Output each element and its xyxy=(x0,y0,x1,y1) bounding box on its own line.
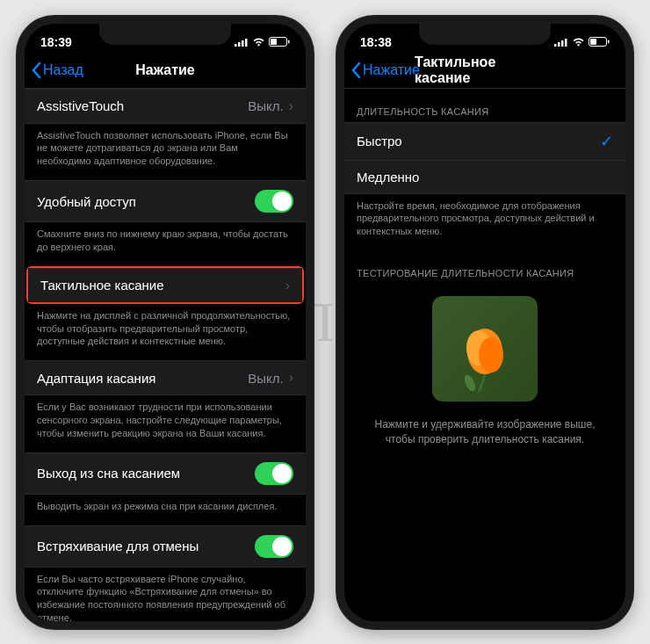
navbar: Нажатие Тактильное касание xyxy=(344,54,625,89)
signal-icon xyxy=(235,38,249,47)
test-caption: Нажмите и удерживайте изображение выше, … xyxy=(344,414,625,451)
svg-rect-10 xyxy=(565,39,567,47)
status-icons xyxy=(554,37,610,47)
svg-rect-0 xyxy=(235,44,237,47)
row-value: Выкл. xyxy=(248,98,283,113)
row-label: Встряхивание для отмены xyxy=(37,539,199,554)
row-touch-accommodations[interactable]: Адаптация касания Выкл.› xyxy=(25,360,306,395)
svg-rect-2 xyxy=(242,40,244,47)
svg-rect-7 xyxy=(554,44,557,47)
row-label: Тактильное касание xyxy=(40,278,164,293)
section-header-test: ТЕСТИРОВАНИЕ ДЛИТЕЛЬНОСТИ КАСАНИЯ xyxy=(344,250,625,284)
svg-rect-5 xyxy=(271,39,277,45)
row-label: Медленно xyxy=(357,170,419,185)
footer-accom: Если у Вас возникают трудности при испол… xyxy=(25,395,306,452)
wifi-icon xyxy=(572,37,585,47)
row-label: Удобный доступ xyxy=(37,194,136,209)
row-shake-undo[interactable]: Встряхивание для отмены xyxy=(25,525,306,568)
checkmark-icon: ✓ xyxy=(600,132,613,151)
row-tap-to-wake[interactable]: Выход из сна касанием xyxy=(25,452,306,495)
svg-point-16 xyxy=(479,337,503,373)
phone-left: 18:39 Назад Нажатие AssistiveTouch Выкл.… xyxy=(16,15,314,630)
row-label: AssistiveTouch xyxy=(37,98,124,113)
status-time: 18:39 xyxy=(40,35,72,49)
section-header-duration: ДЛИТЕЛЬНОСТЬ КАСАНИЯ xyxy=(344,89,625,122)
chevron-left-icon xyxy=(351,62,361,78)
footer-duration: Настройте время, необходимое для отображ… xyxy=(344,194,625,251)
navbar: Назад Нажатие xyxy=(25,54,306,89)
chevron-right-icon: › xyxy=(289,98,293,114)
row-label: Быстро xyxy=(357,134,402,148)
row-label: Выход из сна касанием xyxy=(37,466,180,481)
chevron-right-icon: › xyxy=(285,278,290,293)
svg-rect-6 xyxy=(288,40,290,44)
notch xyxy=(419,24,551,45)
back-label: Нажатие xyxy=(363,62,420,78)
notch xyxy=(99,24,231,45)
row-fast[interactable]: Быстро ✓ xyxy=(344,122,625,161)
footer-assistivetouch: AssistiveTouch позволяет использовать iP… xyxy=(25,124,306,181)
back-label: Назад xyxy=(43,62,83,78)
footer-reachability: Смахните вниз по нижнему краю экрана, чт… xyxy=(25,222,306,266)
footer-shake: Если Вы часто встряхиваете iPhone случай… xyxy=(25,568,306,621)
row-assistivetouch[interactable]: AssistiveTouch Выкл.› xyxy=(25,89,306,124)
svg-point-17 xyxy=(462,373,478,393)
highlight-box: Тактильное касание › xyxy=(26,266,304,304)
footer-haptic: Нажмите на дисплей с различной продолжит… xyxy=(25,304,306,361)
phone-right: 18:38 Нажатие Тактильное касание ДЛИТЕЛЬ… xyxy=(336,15,634,630)
battery-icon xyxy=(269,37,290,47)
row-haptic-touch[interactable]: Тактильное касание › xyxy=(28,268,302,302)
signal-icon xyxy=(554,38,568,47)
row-label: Адаптация касания xyxy=(37,371,155,386)
page-title: Нажатие xyxy=(135,62,194,78)
svg-rect-3 xyxy=(245,39,248,47)
test-image[interactable] xyxy=(432,296,538,402)
toggle-reachability[interactable] xyxy=(255,190,293,213)
status-icons xyxy=(235,37,290,47)
svg-rect-9 xyxy=(561,40,564,47)
content[interactable]: ДЛИТЕЛЬНОСТЬ КАСАНИЯ Быстро ✓ Медленно Н… xyxy=(344,89,625,621)
content[interactable]: AssistiveTouch Выкл.› AssistiveTouch поз… xyxy=(25,89,306,621)
page-title: Тактильное касание xyxy=(415,54,555,86)
svg-rect-12 xyxy=(590,39,596,45)
wifi-icon xyxy=(252,37,265,47)
row-value: Выкл. xyxy=(248,371,283,386)
chevron-right-icon: › xyxy=(289,370,293,386)
back-button[interactable]: Нажатие xyxy=(351,62,420,78)
svg-rect-13 xyxy=(608,40,610,44)
battery-icon xyxy=(589,37,610,47)
back-button[interactable]: Назад xyxy=(32,62,83,78)
flower-icon xyxy=(445,315,524,394)
toggle-shake[interactable] xyxy=(255,535,293,558)
status-time: 18:38 xyxy=(360,35,392,49)
svg-rect-8 xyxy=(558,42,560,47)
footer-wake: Выводить экран из режима сна при касании… xyxy=(25,495,306,525)
toggle-wake[interactable] xyxy=(255,462,293,485)
row-reachability[interactable]: Удобный доступ xyxy=(25,180,306,222)
row-slow[interactable]: Медленно xyxy=(344,161,625,194)
svg-rect-1 xyxy=(238,42,241,47)
chevron-left-icon xyxy=(32,62,41,78)
